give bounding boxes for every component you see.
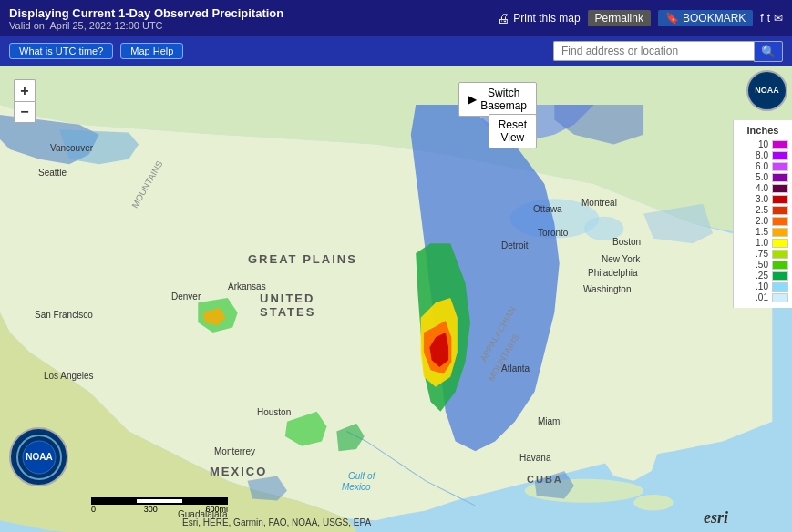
twitter-icon[interactable]: t <box>767 12 770 25</box>
search-bar: 🔍 <box>553 41 783 62</box>
scale-seg-1 <box>91 497 137 505</box>
search-input[interactable] <box>553 41 754 61</box>
legend-items: 108.06.05.04.03.02.52.01.51.0.75.50.25.1… <box>735 139 790 302</box>
legend-color-swatch <box>772 261 788 270</box>
legend-row: 2.5 <box>735 205 790 215</box>
legend-row: 5.0 <box>735 172 790 182</box>
permalink-button[interactable]: Permalink <box>588 10 651 26</box>
scale-label-0: 0 <box>91 505 96 514</box>
header-bar: Displaying Current 1-Day Observed Precip… <box>0 0 792 36</box>
basemap-button[interactable]: ▶ Switch Basemap <box>458 82 537 117</box>
legend-value: 4.0 <box>743 183 768 193</box>
valid-date: Valid on: April 25, 2022 12:00 UTC <box>9 20 283 31</box>
scale-label-600: 600mi <box>205 505 228 514</box>
legend-color-swatch <box>772 195 788 204</box>
scale-bar: 0 300 600mi <box>91 497 228 514</box>
header-actions: 🖨 Print this map Permalink 🔖 BOOKMARK f … <box>497 10 783 26</box>
noaa-text: NOAA <box>755 86 779 96</box>
legend-row: 3.0 <box>735 194 790 204</box>
legend-row: 10 <box>735 139 790 149</box>
legend-color-swatch <box>772 271 788 281</box>
esri-logo: esri <box>704 508 728 527</box>
legend-value: .10 <box>743 281 768 292</box>
scale-label-300: 300 <box>144 505 158 514</box>
bookmark-icon: 🔖 <box>665 12 679 25</box>
printer-icon: 🖨 <box>497 11 509 26</box>
map-svg: MOUNTAINS APPALACHIAN MOUNTAINS <box>0 66 792 532</box>
legend: Inches 108.06.05.04.03.02.52.01.51.0.75.… <box>733 120 792 308</box>
legend-value: 6.0 <box>743 161 768 171</box>
attribution: Esri, HERE, Garmin, FAO, NOAA, USGS, EPA <box>182 517 371 527</box>
basemap-label: Switch Basemap <box>480 87 527 112</box>
svg-point-2 <box>584 217 623 240</box>
legend-row: 8.0 <box>735 150 790 160</box>
scale-labels: 0 300 600mi <box>91 505 228 514</box>
svg-point-4 <box>633 495 673 510</box>
triangle-icon: ▶ <box>468 93 477 106</box>
legend-value: 1.5 <box>743 227 768 237</box>
legend-value: 8.0 <box>743 150 768 160</box>
legend-value: 2.0 <box>743 216 768 226</box>
header-info: Displaying Current 1-Day Observed Precip… <box>9 6 283 31</box>
legend-row: .01 <box>735 292 790 302</box>
legend-row: .25 <box>735 271 790 281</box>
legend-row: 6.0 <box>735 161 790 171</box>
subheader-buttons: What is UTC time? Map Help <box>9 43 183 59</box>
legend-color-swatch <box>772 228 788 237</box>
legend-color-swatch <box>772 250 788 259</box>
social-share-icons: f t ✉ <box>760 12 783 25</box>
legend-row: 2.0 <box>735 216 790 226</box>
legend-color-swatch <box>772 239 788 248</box>
legend-row: 1.0 <box>735 238 790 248</box>
noaa-logo-svg: NOAA <box>16 435 62 480</box>
legend-color-swatch <box>772 151 788 160</box>
print-label: Print this map <box>513 12 580 25</box>
legend-value: 3.0 <box>743 194 768 204</box>
legend-row: .10 <box>735 281 790 292</box>
reset-view-button[interactable]: Reset View <box>489 114 537 148</box>
bookmark-label: BOOKMARK <box>683 12 746 25</box>
zoom-controls: + − <box>14 79 36 123</box>
facebook-icon[interactable]: f <box>760 12 763 25</box>
scale-seg-3 <box>182 497 228 505</box>
legend-value: .50 <box>743 260 768 270</box>
legend-color-swatch <box>772 184 788 193</box>
legend-row: 4.0 <box>735 183 790 193</box>
map-help-button[interactable]: Map Help <box>120 43 183 59</box>
noaa-logo-bottom: NOAA <box>9 427 68 486</box>
svg-text:NOAA: NOAA <box>26 452 52 462</box>
legend-value: 5.0 <box>743 172 768 182</box>
zoom-in-button[interactable]: + <box>14 79 36 101</box>
esri-text: esri <box>704 508 728 527</box>
scale-seg-2 <box>137 497 182 505</box>
print-button[interactable]: 🖨 Print this map <box>497 11 580 26</box>
search-button[interactable]: 🔍 <box>754 41 783 62</box>
bookmark-button[interactable]: 🔖 BOOKMARK <box>658 10 753 26</box>
legend-value: 2.5 <box>743 205 768 215</box>
legend-color-swatch <box>772 173 788 182</box>
legend-row: .75 <box>735 249 790 259</box>
email-icon[interactable]: ✉ <box>774 12 783 25</box>
legend-value: 1.0 <box>743 238 768 248</box>
legend-title: Inches <box>735 125 790 136</box>
legend-color-swatch <box>772 293 788 302</box>
noaa-logo-top-right: NOAA <box>746 70 787 111</box>
legend-color-swatch <box>772 217 788 226</box>
legend-value: 10 <box>743 139 768 149</box>
map-container[interactable]: MOUNTAINS APPALACHIAN MOUNTAINS Vancouve… <box>0 66 792 532</box>
scale-line <box>91 497 228 505</box>
legend-row: .50 <box>735 260 790 270</box>
subheader-bar: What is UTC time? Map Help 🔍 <box>0 36 792 66</box>
legend-color-swatch <box>772 162 788 171</box>
legend-color-swatch <box>772 282 788 292</box>
zoom-out-button[interactable]: − <box>14 101 36 123</box>
legend-color-swatch <box>772 140 788 149</box>
legend-value: .01 <box>743 292 768 302</box>
legend-row: 1.5 <box>735 227 790 237</box>
map-title: Displaying Current 1-Day Observed Precip… <box>9 6 283 20</box>
legend-value: .75 <box>743 249 768 259</box>
legend-color-swatch <box>772 206 788 215</box>
legend-value: .25 <box>743 271 768 281</box>
utc-time-button[interactable]: What is UTC time? <box>9 43 113 59</box>
